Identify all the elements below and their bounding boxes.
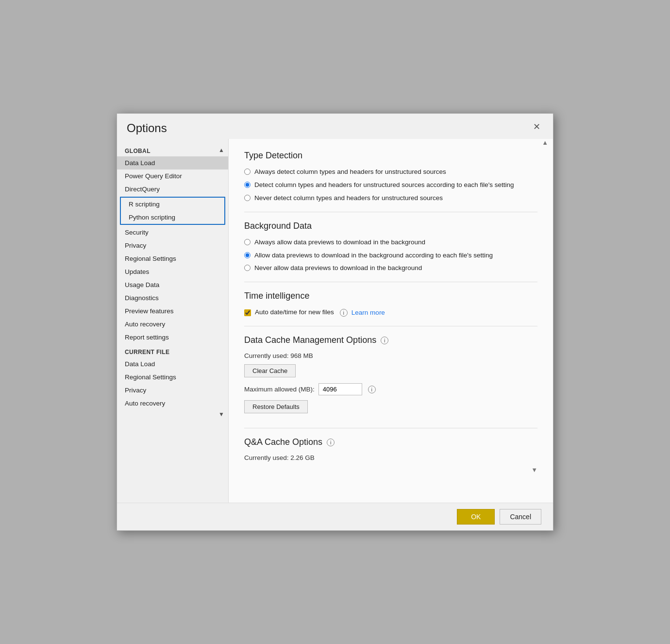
td-always-radio[interactable] [244,169,251,175]
type-detection-title: Type Detection [244,151,537,161]
restore-defaults-button[interactable]: Restore Defaults [244,400,308,413]
bd-allow-radio[interactable] [244,252,251,258]
cancel-button[interactable]: Cancel [500,509,541,525]
sidebar-item-r-scripting[interactable]: R scripting [121,198,224,211]
auto-datetime-label: Auto date/time for new files [255,308,334,317]
td-never-radio[interactable] [244,195,251,201]
type-detection-options: Always detect column types and headers f… [244,168,537,203]
td-detect-label: Detect column types and headers for unst… [254,181,514,190]
background-data-options: Always allow data previews to download i… [244,238,537,273]
sidebar-item-cf-auto-recovery[interactable]: Auto recovery [117,397,228,410]
data-cache-info-icon[interactable]: i [381,337,388,344]
main-content: ▲ Type Detection Always detect column ty… [229,139,553,503]
bd-always-radio[interactable] [244,239,251,245]
sidebar-item-cf-data-load[interactable]: Data Load [117,357,228,371]
ok-button[interactable]: OK [457,509,495,525]
td-always-option[interactable]: Always detect column types and headers f… [244,168,537,177]
sidebar-item-power-query-editor[interactable]: Power Query Editor [117,169,228,183]
td-never-option[interactable]: Never detect column types and headers fo… [244,194,537,203]
divider-1 [244,212,537,212]
main-scroll-up-icon[interactable]: ▲ [542,139,548,146]
close-button[interactable]: ✕ [530,121,543,132]
clear-cache-button[interactable]: Clear Cache [244,364,296,377]
auto-datetime-checkbox[interactable] [244,309,251,316]
sidebar-item-cf-privacy[interactable]: Privacy [117,384,228,397]
bd-allow-option[interactable]: Allow data previews to download in the b… [244,251,537,260]
dialog-titlebar: Options ✕ [117,114,553,139]
dialog-footer: OK Cancel [117,503,553,530]
max-allowed-label: Maximum allowed (MB): [244,386,315,393]
sidebar-item-updates[interactable]: Updates [117,265,228,278]
highlighted-script-group: R scripting Python scripting [120,197,225,225]
type-detection-section: Type Detection Always detect column type… [244,151,537,203]
td-never-label: Never detect column types and headers fo… [254,194,443,203]
main-scroll-down-icon[interactable]: ▼ [244,466,537,474]
sidebar-item-python-scripting[interactable]: Python scripting [121,211,224,224]
sidebar-item-preview-features[interactable]: Preview features [117,305,228,318]
background-data-title: Background Data [244,221,537,231]
time-intelligence-section: Time intelligence Auto date/time for new… [244,291,537,317]
divider-4 [244,428,537,428]
bd-never-radio[interactable] [244,265,251,271]
td-always-label: Always detect column types and headers f… [254,168,446,177]
auto-datetime-option[interactable]: Auto date/time for new files i Learn mor… [244,308,537,317]
sidebar-item-regional-settings[interactable]: Regional Settings [117,252,228,265]
sidebar-item-data-load[interactable]: Data Load [117,156,228,169]
data-cache-used: Currently used: 968 MB [244,352,537,359]
qa-cache-info-icon[interactable]: i [327,439,335,446]
sidebar: ▲ GLOBAL Data Load Power Query Editor Di… [117,139,229,503]
bd-allow-label: Allow data previews to download in the b… [254,251,493,260]
global-section-header: GLOBAL [117,143,228,156]
sidebar-item-direct-query[interactable]: DirectQuery [117,183,228,196]
dialog-body: ▲ GLOBAL Data Load Power Query Editor Di… [117,139,553,503]
bd-never-label: Never allow data previews to download in… [254,264,422,273]
bd-always-option[interactable]: Always allow data previews to download i… [244,238,537,247]
qa-cache-title: Q&A Cache Options i [244,437,537,447]
sidebar-item-privacy[interactable]: Privacy [117,239,228,252]
sidebar-scroll-down-icon[interactable]: ▼ [218,411,224,418]
sidebar-item-usage-data[interactable]: Usage Data [117,278,228,291]
bd-never-option[interactable]: Never allow data previews to download in… [244,264,537,273]
divider-3 [244,326,537,326]
sidebar-item-cf-regional-settings[interactable]: Regional Settings [117,371,228,384]
data-cache-section: Data Cache Management Options i Currentl… [244,335,537,419]
td-detect-option[interactable]: Detect column types and headers for unst… [244,181,537,190]
max-allowed-input[interactable] [318,383,362,395]
background-data-section: Background Data Always allow data previe… [244,221,537,273]
dialog-title: Options [127,121,167,135]
max-allowed-row: Maximum allowed (MB): i [244,383,537,395]
learn-more-link[interactable]: Learn more [352,309,385,316]
divider-2 [244,282,537,282]
current-file-section-header: CURRENT FILE [117,344,228,357]
qa-cache-section: Q&A Cache Options i Currently used: 2.26… [244,437,537,461]
sidebar-item-report-settings[interactable]: Report settings [117,331,228,344]
td-detect-radio[interactable] [244,182,251,188]
sidebar-item-security[interactable]: Security [117,226,228,239]
sidebar-item-auto-recovery[interactable]: Auto recovery [117,318,228,331]
data-cache-title: Data Cache Management Options i [244,335,537,345]
options-dialog: Options ✕ ▲ GLOBAL Data Load Power Query… [117,113,553,531]
auto-datetime-info-icon[interactable]: i [340,309,348,317]
sidebar-item-diagnostics[interactable]: Diagnostics [117,291,228,305]
qa-cache-used: Currently used: 2.26 GB [244,454,537,461]
sidebar-scroll-up-icon[interactable]: ▲ [218,147,224,153]
bd-always-label: Always allow data previews to download i… [254,238,425,247]
time-intelligence-title: Time intelligence [244,291,537,301]
max-allowed-info-icon[interactable]: i [368,386,376,393]
